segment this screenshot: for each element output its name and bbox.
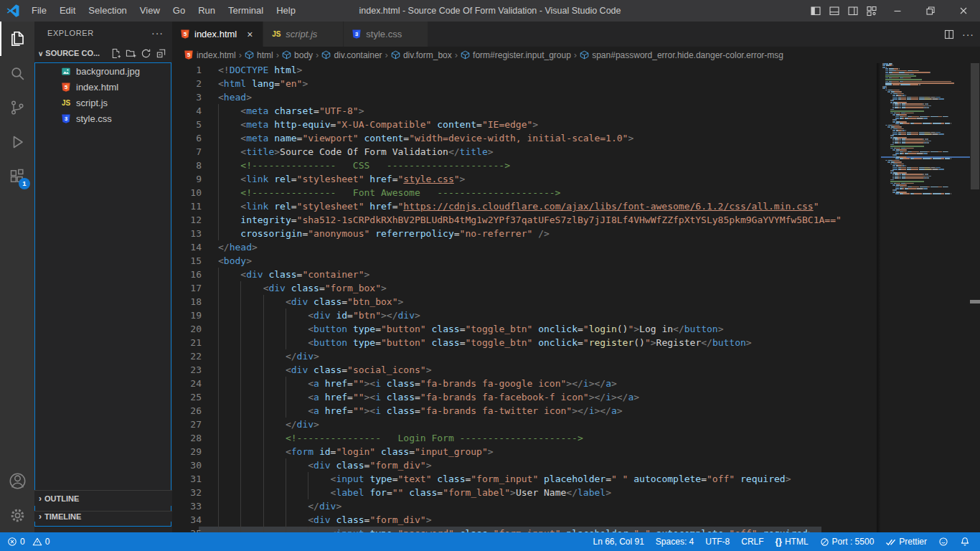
line-number[interactable]: 20 <box>172 322 202 336</box>
code-line-16[interactable]: 16<div class="container"> <box>172 268 877 281</box>
code-line-15[interactable]: 15<body> <box>172 254 877 268</box>
line-number[interactable]: 10 <box>172 186 202 199</box>
line-number[interactable]: 31 <box>172 472 202 486</box>
status-encoding[interactable]: UTF-8 <box>705 537 730 547</box>
code-line-17[interactable]: 17<div class="form_box"> <box>172 281 877 295</box>
timeline-section-header[interactable]: › TIMELINE <box>34 511 172 522</box>
line-number[interactable]: 25 <box>172 390 202 404</box>
outline-section-header[interactable]: › OUTLINE <box>34 490 172 506</box>
line-number[interactable]: 1 <box>172 63 202 77</box>
refresh-icon[interactable] <box>141 48 151 59</box>
breadcrumb-item-div-container[interactable]: div.container <box>321 50 382 60</box>
status-language-mode[interactable]: {}HTML <box>776 537 809 547</box>
tab-style-css[interactable]: 3style.css <box>344 22 428 47</box>
code-line-8[interactable]: 8<!--------------- CSS -----------------… <box>172 159 877 172</box>
line-number[interactable]: 3 <box>172 90 202 104</box>
code-line-28[interactable]: 28<!--------------- Login Form ---------… <box>172 431 877 445</box>
code-line-26[interactable]: 26<a href=""><i class="fa-brands fa-twit… <box>172 404 877 418</box>
line-number[interactable]: 5 <box>172 118 202 131</box>
status-warnings[interactable]: 0 <box>32 537 50 547</box>
code-line-31[interactable]: 31<input type="text" class="form_input" … <box>172 472 877 486</box>
menu-terminal[interactable]: Terminal <box>222 0 270 22</box>
line-number[interactable]: 26 <box>172 404 202 418</box>
code-line-34[interactable]: 34<div class="form_div"> <box>172 513 877 527</box>
code-line-22[interactable]: 22</div> <box>172 349 877 363</box>
line-number[interactable]: 23 <box>172 363 202 377</box>
line-number[interactable]: 8 <box>172 159 202 172</box>
menu-run[interactable]: Run <box>192 0 222 22</box>
line-number[interactable]: 28 <box>172 431 202 445</box>
code-line-7[interactable]: 7<title>Source Code Of Form Validation</… <box>172 145 877 159</box>
code-line-20[interactable]: 20<button type="button" class="toggle_bt… <box>172 322 877 336</box>
folder-section-header[interactable]: ∨ SOURCE CO... <box>34 44 172 62</box>
code-line-33[interactable]: 33</div> <box>172 499 877 513</box>
menu-view[interactable]: View <box>133 0 166 22</box>
code-line-32[interactable]: 32<label for="" class="form_label">User … <box>172 486 877 499</box>
status-errors[interactable]: 0 <box>7 537 25 547</box>
file-item-style-css[interactable]: 3style.css <box>35 110 171 126</box>
menu-selection[interactable]: Selection <box>82 0 133 22</box>
code-line-4[interactable]: 4<meta charset="UTF-8"> <box>172 104 877 118</box>
activity-search-icon[interactable] <box>0 56 34 90</box>
status-indentation[interactable]: Spaces: 4 <box>656 537 694 547</box>
status-prettier[interactable]: Prettier <box>885 537 927 547</box>
line-number[interactable]: 30 <box>172 458 202 472</box>
collapse-all-icon[interactable] <box>156 48 166 59</box>
line-number[interactable]: 22 <box>172 349 202 363</box>
breadcrumb-item-div-form-box[interactable]: div.form_box <box>391 50 452 60</box>
menu-go[interactable]: Go <box>166 0 192 22</box>
code-line-25[interactable]: 25<a href=""><i class="fa-brands fa-face… <box>172 390 877 404</box>
activity-settings-icon[interactable] <box>0 498 34 532</box>
line-number[interactable]: 4 <box>172 104 202 118</box>
code-line-21[interactable]: 21<button type="button" class="toggle_bt… <box>172 336 877 349</box>
code-editor[interactable]: 1<!DOCTYPE html>2<html lang="en">3<head>… <box>172 63 877 532</box>
line-number[interactable]: 14 <box>172 240 202 254</box>
line-number[interactable]: 27 <box>172 418 202 431</box>
file-item-background-jpg[interactable]: background.jpg <box>35 63 171 79</box>
code-line-23[interactable]: 23<div class="social_icons"> <box>172 363 877 377</box>
line-number[interactable]: 7 <box>172 145 202 159</box>
breadcrumb-item-form-register-input-group[interactable]: form#register.input_group <box>461 50 571 60</box>
new-folder-icon[interactable] <box>126 48 136 59</box>
code-line-13[interactable]: 13crossorigin="anonymous" referrerpolicy… <box>172 227 877 240</box>
split-editor-icon[interactable] <box>943 29 955 40</box>
code-line-6[interactable]: 6<meta name="viewport" content="width=de… <box>172 131 877 145</box>
line-number[interactable]: 2 <box>172 77 202 90</box>
menu-file[interactable]: File <box>25 0 53 22</box>
line-number[interactable]: 34 <box>172 513 202 527</box>
breadcrumb-item-index-html[interactable]: 5index.html <box>184 50 236 60</box>
status-cursor-position[interactable]: Ln 66, Col 91 <box>593 537 644 547</box>
tab-index-html[interactable]: 5index.html× <box>172 22 263 47</box>
line-number[interactable]: 6 <box>172 131 202 145</box>
minimap[interactable] <box>881 63 970 532</box>
code-line-9[interactable]: 9<link rel="stylesheet" href="style.css"… <box>172 172 877 186</box>
line-number[interactable]: 13 <box>172 227 202 240</box>
explorer-more-actions-icon[interactable]: ··· <box>151 27 164 39</box>
new-file-icon[interactable] <box>110 48 121 59</box>
code-line-18[interactable]: 18<div class="btn_box"> <box>172 295 877 309</box>
code-line-14[interactable]: 14</head> <box>172 240 877 254</box>
code-line-35[interactable]: 35<input type="password" class="form_inp… <box>172 527 877 532</box>
layout-sidebar-left-icon[interactable] <box>806 0 825 22</box>
file-item-index-html[interactable]: 5index.html <box>35 79 171 95</box>
code-line-29[interactable]: 29<form id="login" class="input_group"> <box>172 445 877 458</box>
line-number[interactable]: 12 <box>172 213 202 227</box>
code-line-11[interactable]: 11<link rel="stylesheet" href="https://c… <box>172 199 877 213</box>
menu-help[interactable]: Help <box>270 0 302 22</box>
code-line-5[interactable]: 5<meta http-equiv="X-UA-Compatible" cont… <box>172 118 877 131</box>
menu-edit[interactable]: Edit <box>53 0 82 22</box>
line-number[interactable]: 29 <box>172 445 202 458</box>
code-line-12[interactable]: 12integrity="sha512-1sCRPdkRXhBV2PBLUdRb… <box>172 213 877 227</box>
more-actions-icon[interactable]: ··· <box>962 29 974 40</box>
line-number[interactable]: 16 <box>172 268 202 281</box>
line-number[interactable]: 15 <box>172 254 202 268</box>
activity-run-and-debug-icon[interactable] <box>0 125 34 159</box>
close-button[interactable] <box>947 0 980 22</box>
breadcrumb-item-body[interactable]: body <box>282 50 313 60</box>
activity-extensions-icon[interactable]: 1 <box>0 159 34 194</box>
line-number[interactable]: 19 <box>172 309 202 322</box>
layout-panel-icon[interactable] <box>825 0 844 22</box>
breadcrumb-item-html[interactable]: html <box>245 50 273 60</box>
minimize-button[interactable] <box>881 0 914 22</box>
restore-button[interactable] <box>914 0 947 22</box>
